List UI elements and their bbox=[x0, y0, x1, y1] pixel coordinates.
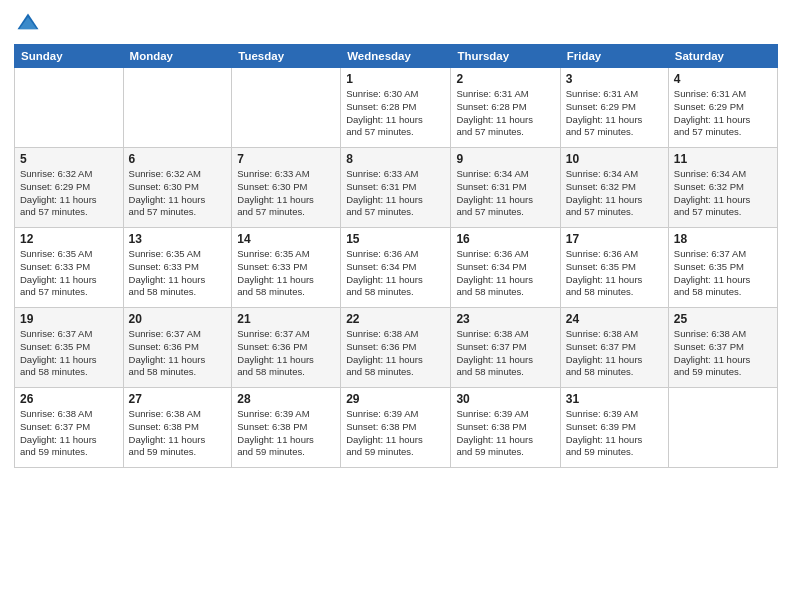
calendar-cell bbox=[15, 68, 124, 148]
day-number: 11 bbox=[674, 152, 772, 166]
calendar-cell: 14Sunrise: 6:35 AMSunset: 6:33 PMDayligh… bbox=[232, 228, 341, 308]
day-info: Sunrise: 6:33 AMSunset: 6:30 PMDaylight:… bbox=[237, 168, 335, 219]
calendar-cell: 10Sunrise: 6:34 AMSunset: 6:32 PMDayligh… bbox=[560, 148, 668, 228]
day-number: 1 bbox=[346, 72, 445, 86]
calendar-cell: 30Sunrise: 6:39 AMSunset: 6:38 PMDayligh… bbox=[451, 388, 560, 468]
day-info: Sunrise: 6:38 AMSunset: 6:37 PMDaylight:… bbox=[20, 408, 118, 459]
calendar-cell: 29Sunrise: 6:39 AMSunset: 6:38 PMDayligh… bbox=[341, 388, 451, 468]
day-info: Sunrise: 6:32 AMSunset: 6:30 PMDaylight:… bbox=[129, 168, 227, 219]
day-info: Sunrise: 6:37 AMSunset: 6:35 PMDaylight:… bbox=[674, 248, 772, 299]
calendar-cell bbox=[123, 68, 232, 148]
calendar-cell: 24Sunrise: 6:38 AMSunset: 6:37 PMDayligh… bbox=[560, 308, 668, 388]
day-number: 26 bbox=[20, 392, 118, 406]
calendar-week-4: 19Sunrise: 6:37 AMSunset: 6:35 PMDayligh… bbox=[15, 308, 778, 388]
calendar-week-1: 1Sunrise: 6:30 AMSunset: 6:28 PMDaylight… bbox=[15, 68, 778, 148]
calendar-cell: 5Sunrise: 6:32 AMSunset: 6:29 PMDaylight… bbox=[15, 148, 124, 228]
day-number: 15 bbox=[346, 232, 445, 246]
calendar-week-3: 12Sunrise: 6:35 AMSunset: 6:33 PMDayligh… bbox=[15, 228, 778, 308]
day-number: 29 bbox=[346, 392, 445, 406]
weekday-header-sunday: Sunday bbox=[15, 45, 124, 68]
day-number: 30 bbox=[456, 392, 554, 406]
day-info: Sunrise: 6:35 AMSunset: 6:33 PMDaylight:… bbox=[20, 248, 118, 299]
day-number: 9 bbox=[456, 152, 554, 166]
day-info: Sunrise: 6:34 AMSunset: 6:31 PMDaylight:… bbox=[456, 168, 554, 219]
day-number: 20 bbox=[129, 312, 227, 326]
calendar-page: SundayMondayTuesdayWednesdayThursdayFrid… bbox=[0, 0, 792, 612]
calendar-cell: 4Sunrise: 6:31 AMSunset: 6:29 PMDaylight… bbox=[668, 68, 777, 148]
day-number: 27 bbox=[129, 392, 227, 406]
weekday-header-wednesday: Wednesday bbox=[341, 45, 451, 68]
day-info: Sunrise: 6:30 AMSunset: 6:28 PMDaylight:… bbox=[346, 88, 445, 139]
day-info: Sunrise: 6:38 AMSunset: 6:37 PMDaylight:… bbox=[674, 328, 772, 379]
day-info: Sunrise: 6:31 AMSunset: 6:29 PMDaylight:… bbox=[674, 88, 772, 139]
day-info: Sunrise: 6:36 AMSunset: 6:35 PMDaylight:… bbox=[566, 248, 663, 299]
day-info: Sunrise: 6:38 AMSunset: 6:37 PMDaylight:… bbox=[456, 328, 554, 379]
day-number: 12 bbox=[20, 232, 118, 246]
day-number: 22 bbox=[346, 312, 445, 326]
day-number: 28 bbox=[237, 392, 335, 406]
calendar-cell: 9Sunrise: 6:34 AMSunset: 6:31 PMDaylight… bbox=[451, 148, 560, 228]
day-info: Sunrise: 6:37 AMSunset: 6:36 PMDaylight:… bbox=[129, 328, 227, 379]
day-number: 3 bbox=[566, 72, 663, 86]
calendar-cell bbox=[668, 388, 777, 468]
calendar-cell: 3Sunrise: 6:31 AMSunset: 6:29 PMDaylight… bbox=[560, 68, 668, 148]
day-number: 19 bbox=[20, 312, 118, 326]
day-number: 25 bbox=[674, 312, 772, 326]
calendar-cell: 27Sunrise: 6:38 AMSunset: 6:38 PMDayligh… bbox=[123, 388, 232, 468]
day-info: Sunrise: 6:36 AMSunset: 6:34 PMDaylight:… bbox=[346, 248, 445, 299]
day-number: 18 bbox=[674, 232, 772, 246]
calendar-cell: 18Sunrise: 6:37 AMSunset: 6:35 PMDayligh… bbox=[668, 228, 777, 308]
calendar-week-5: 26Sunrise: 6:38 AMSunset: 6:37 PMDayligh… bbox=[15, 388, 778, 468]
day-info: Sunrise: 6:34 AMSunset: 6:32 PMDaylight:… bbox=[674, 168, 772, 219]
calendar-cell: 23Sunrise: 6:38 AMSunset: 6:37 PMDayligh… bbox=[451, 308, 560, 388]
logo bbox=[14, 10, 46, 38]
calendar-cell: 19Sunrise: 6:37 AMSunset: 6:35 PMDayligh… bbox=[15, 308, 124, 388]
weekday-header-friday: Friday bbox=[560, 45, 668, 68]
day-info: Sunrise: 6:32 AMSunset: 6:29 PMDaylight:… bbox=[20, 168, 118, 219]
day-number: 13 bbox=[129, 232, 227, 246]
day-info: Sunrise: 6:39 AMSunset: 6:38 PMDaylight:… bbox=[346, 408, 445, 459]
day-info: Sunrise: 6:31 AMSunset: 6:28 PMDaylight:… bbox=[456, 88, 554, 139]
day-info: Sunrise: 6:38 AMSunset: 6:36 PMDaylight:… bbox=[346, 328, 445, 379]
day-number: 10 bbox=[566, 152, 663, 166]
calendar-cell: 22Sunrise: 6:38 AMSunset: 6:36 PMDayligh… bbox=[341, 308, 451, 388]
day-info: Sunrise: 6:31 AMSunset: 6:29 PMDaylight:… bbox=[566, 88, 663, 139]
day-info: Sunrise: 6:33 AMSunset: 6:31 PMDaylight:… bbox=[346, 168, 445, 219]
day-info: Sunrise: 6:36 AMSunset: 6:34 PMDaylight:… bbox=[456, 248, 554, 299]
calendar-cell: 7Sunrise: 6:33 AMSunset: 6:30 PMDaylight… bbox=[232, 148, 341, 228]
day-info: Sunrise: 6:37 AMSunset: 6:36 PMDaylight:… bbox=[237, 328, 335, 379]
calendar-cell: 13Sunrise: 6:35 AMSunset: 6:33 PMDayligh… bbox=[123, 228, 232, 308]
day-number: 8 bbox=[346, 152, 445, 166]
day-info: Sunrise: 6:35 AMSunset: 6:33 PMDaylight:… bbox=[237, 248, 335, 299]
weekday-header-tuesday: Tuesday bbox=[232, 45, 341, 68]
day-number: 17 bbox=[566, 232, 663, 246]
day-number: 4 bbox=[674, 72, 772, 86]
day-number: 23 bbox=[456, 312, 554, 326]
weekday-header-saturday: Saturday bbox=[668, 45, 777, 68]
logo-icon bbox=[14, 10, 42, 38]
day-info: Sunrise: 6:35 AMSunset: 6:33 PMDaylight:… bbox=[129, 248, 227, 299]
day-number: 16 bbox=[456, 232, 554, 246]
day-number: 2 bbox=[456, 72, 554, 86]
page-header bbox=[14, 10, 778, 38]
calendar-cell: 15Sunrise: 6:36 AMSunset: 6:34 PMDayligh… bbox=[341, 228, 451, 308]
day-number: 31 bbox=[566, 392, 663, 406]
calendar-cell: 1Sunrise: 6:30 AMSunset: 6:28 PMDaylight… bbox=[341, 68, 451, 148]
day-number: 24 bbox=[566, 312, 663, 326]
calendar-cell: 16Sunrise: 6:36 AMSunset: 6:34 PMDayligh… bbox=[451, 228, 560, 308]
calendar-week-2: 5Sunrise: 6:32 AMSunset: 6:29 PMDaylight… bbox=[15, 148, 778, 228]
calendar-cell: 31Sunrise: 6:39 AMSunset: 6:39 PMDayligh… bbox=[560, 388, 668, 468]
calendar-cell: 26Sunrise: 6:38 AMSunset: 6:37 PMDayligh… bbox=[15, 388, 124, 468]
day-info: Sunrise: 6:39 AMSunset: 6:39 PMDaylight:… bbox=[566, 408, 663, 459]
calendar-cell: 11Sunrise: 6:34 AMSunset: 6:32 PMDayligh… bbox=[668, 148, 777, 228]
calendar-cell: 17Sunrise: 6:36 AMSunset: 6:35 PMDayligh… bbox=[560, 228, 668, 308]
calendar-cell: 28Sunrise: 6:39 AMSunset: 6:38 PMDayligh… bbox=[232, 388, 341, 468]
day-number: 21 bbox=[237, 312, 335, 326]
weekday-header-row: SundayMondayTuesdayWednesdayThursdayFrid… bbox=[15, 45, 778, 68]
calendar-cell: 21Sunrise: 6:37 AMSunset: 6:36 PMDayligh… bbox=[232, 308, 341, 388]
day-info: Sunrise: 6:38 AMSunset: 6:37 PMDaylight:… bbox=[566, 328, 663, 379]
calendar-cell: 25Sunrise: 6:38 AMSunset: 6:37 PMDayligh… bbox=[668, 308, 777, 388]
day-info: Sunrise: 6:34 AMSunset: 6:32 PMDaylight:… bbox=[566, 168, 663, 219]
day-number: 14 bbox=[237, 232, 335, 246]
calendar-cell: 6Sunrise: 6:32 AMSunset: 6:30 PMDaylight… bbox=[123, 148, 232, 228]
